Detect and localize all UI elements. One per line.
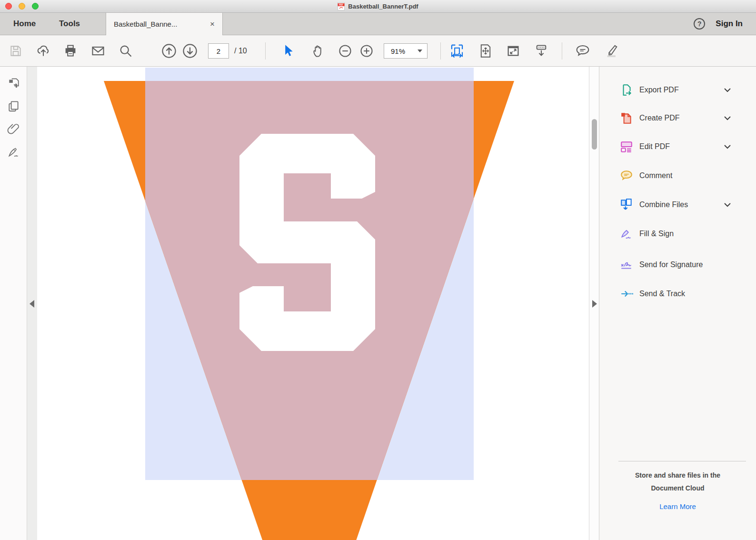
comment-tool-button[interactable] bbox=[575, 43, 590, 59]
upload-cloud-icon bbox=[36, 44, 50, 58]
tool-label: Comment bbox=[639, 171, 672, 180]
panel-footer-divider bbox=[618, 461, 746, 461]
send-signature-icon bbox=[619, 258, 634, 271]
chevron-down-icon[interactable] bbox=[724, 88, 731, 92]
chevron-down-icon[interactable] bbox=[724, 144, 731, 149]
signatures-pane-button[interactable] bbox=[7, 145, 21, 160]
svg-text:PDF: PDF bbox=[339, 4, 343, 6]
page-number-input[interactable] bbox=[208, 43, 229, 59]
export-pdf-icon bbox=[619, 83, 634, 97]
signatures-icon bbox=[7, 146, 20, 159]
learn-more-link[interactable]: Learn More bbox=[599, 502, 756, 510]
zoom-in-icon bbox=[359, 44, 374, 58]
minimize-window-button[interactable] bbox=[19, 3, 25, 10]
email-button[interactable] bbox=[90, 43, 106, 59]
attachments-pane-button[interactable] bbox=[7, 121, 21, 136]
page-total-label: / 10 bbox=[234, 43, 247, 59]
sign-in-button[interactable]: Sign In bbox=[716, 19, 743, 29]
highlight-tool-button[interactable] bbox=[603, 43, 618, 59]
print-icon bbox=[63, 44, 78, 58]
tab-document[interactable]: Basketball_Banne... × bbox=[106, 13, 223, 35]
tool-label: Fill & Sign bbox=[639, 230, 674, 238]
page-transfer-pane-button[interactable] bbox=[7, 76, 21, 90]
zoom-window-button[interactable] bbox=[32, 3, 39, 10]
chevron-down-icon bbox=[418, 50, 422, 52]
zoom-level-value: 91% bbox=[391, 47, 418, 55]
tab-document-label: Basketball_Banne... bbox=[114, 20, 206, 28]
next-page-button[interactable] bbox=[182, 43, 198, 59]
document-cloud-text-line2: Document Cloud bbox=[599, 484, 756, 492]
print-button[interactable] bbox=[63, 43, 78, 59]
tool-export-pdf[interactable]: Export PDF bbox=[599, 80, 756, 100]
toolbar-divider bbox=[440, 42, 441, 60]
chevron-down-icon[interactable] bbox=[724, 202, 731, 207]
search-button[interactable] bbox=[118, 43, 133, 59]
expand-right-pane-icon[interactable] bbox=[592, 300, 597, 308]
tool-label: Edit PDF bbox=[639, 142, 670, 151]
left-pane-gutter bbox=[27, 67, 37, 540]
window-title: Basketball_BannerT.pdf bbox=[348, 3, 418, 10]
tool-label: Send & Track bbox=[639, 290, 685, 298]
email-icon bbox=[91, 44, 105, 58]
save-button[interactable] bbox=[8, 43, 23, 59]
tools-panel: Export PDF Create PDF bbox=[599, 67, 756, 540]
zoom-level-dropdown[interactable]: 91% bbox=[384, 43, 428, 59]
title-bar: PDF Basketball_BannerT.pdf bbox=[0, 0, 756, 13]
select-tool-icon bbox=[281, 44, 295, 58]
fit-page-icon bbox=[478, 44, 493, 58]
tool-combine-files[interactable]: Combine Files bbox=[599, 194, 756, 215]
close-window-button[interactable] bbox=[5, 3, 12, 10]
hand-tool-icon bbox=[311, 44, 325, 58]
page-transfer-icon bbox=[7, 77, 20, 90]
tool-label: Create PDF bbox=[639, 114, 679, 122]
fill-sign-icon bbox=[619, 227, 634, 240]
save-icon bbox=[9, 44, 22, 58]
zoom-out-button[interactable] bbox=[338, 43, 353, 59]
tool-edit-pdf[interactable]: Edit PDF bbox=[599, 136, 756, 157]
tab-tools[interactable]: Tools bbox=[59, 13, 80, 35]
fullscreen-button[interactable] bbox=[506, 43, 521, 59]
tab-home[interactable]: Home bbox=[13, 13, 36, 35]
fit-width-button[interactable] bbox=[449, 43, 465, 59]
document-canvas[interactable] bbox=[37, 67, 589, 540]
pdf-file-icon: PDF bbox=[338, 2, 345, 10]
page-thumbnails-pane-button[interactable] bbox=[7, 99, 21, 113]
tool-create-pdf[interactable]: Create PDF bbox=[599, 108, 756, 129]
main-area: Export PDF Create PDF bbox=[0, 67, 756, 540]
tab-bar: Home Tools Basketball_Banne... × ? Sign … bbox=[0, 13, 756, 35]
fit-page-button[interactable] bbox=[478, 43, 493, 59]
tool-label: Send for Signature bbox=[639, 260, 703, 269]
navigation-rail bbox=[0, 67, 27, 540]
tool-fill-sign[interactable]: Fill & Sign bbox=[599, 223, 756, 244]
banner-letter[interactable] bbox=[239, 134, 375, 351]
help-icon[interactable]: ? bbox=[694, 18, 705, 30]
tool-send-for-signature[interactable]: Send for Signature bbox=[599, 254, 756, 275]
edit-pdf-icon bbox=[619, 140, 634, 153]
combine-files-icon bbox=[619, 198, 634, 211]
scrollbar-thumb[interactable] bbox=[592, 119, 597, 150]
select-tool-button[interactable] bbox=[280, 43, 296, 59]
chevron-down-icon[interactable] bbox=[724, 116, 731, 120]
fit-width-icon bbox=[449, 43, 465, 59]
create-pdf-icon bbox=[619, 111, 634, 125]
tool-label: Export PDF bbox=[639, 86, 679, 94]
traffic-lights bbox=[5, 3, 39, 10]
tool-send-track[interactable]: Send & Track bbox=[599, 283, 756, 304]
vertical-scrollbar[interactable] bbox=[589, 67, 599, 540]
share-button[interactable] bbox=[36, 43, 51, 59]
tab-close-icon[interactable]: × bbox=[210, 20, 215, 28]
toolbar-divider bbox=[265, 42, 266, 60]
read-mode-button[interactable] bbox=[534, 43, 549, 59]
tool-label: Combine Files bbox=[639, 200, 688, 209]
hand-tool-button[interactable] bbox=[310, 43, 326, 59]
fullscreen-icon bbox=[506, 44, 520, 58]
zoom-in-button[interactable] bbox=[359, 43, 374, 59]
previous-page-button[interactable] bbox=[161, 43, 177, 59]
tool-comment[interactable]: Comment bbox=[599, 165, 756, 186]
toolbar: / 10 91% bbox=[0, 35, 756, 67]
send-track-icon bbox=[619, 287, 634, 300]
read-mode-icon bbox=[534, 44, 548, 58]
comment-icon bbox=[619, 169, 634, 182]
collapse-left-pane-icon[interactable] bbox=[30, 300, 34, 308]
pdf-page bbox=[37, 67, 589, 540]
